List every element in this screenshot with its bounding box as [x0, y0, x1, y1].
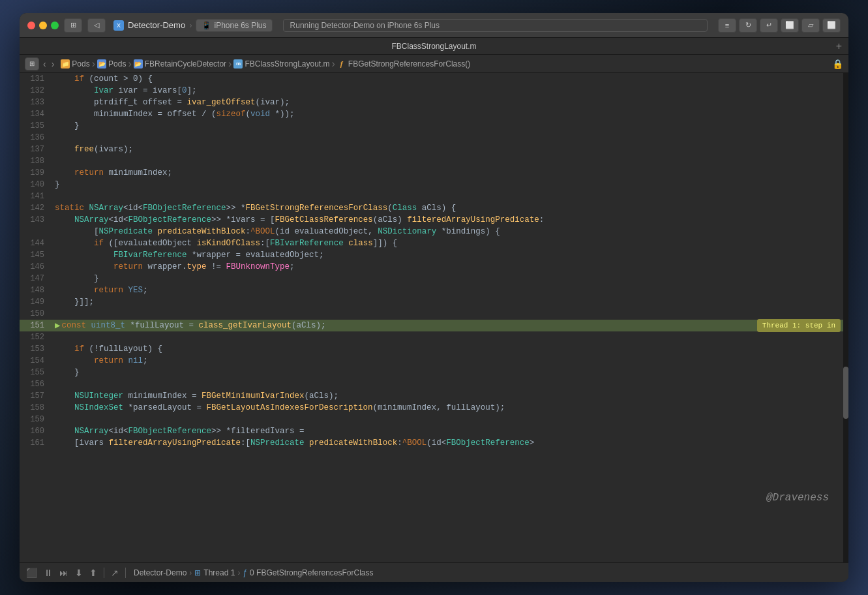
app-name: Detector-Demo	[128, 20, 185, 30]
code-line-145: 145 FBIvarReference *wrapper = evaluated…	[20, 249, 848, 261]
breadcrumb-sep4: ›	[332, 58, 335, 70]
maximize-button[interactable]	[51, 22, 59, 29]
debug-sep2	[125, 568, 126, 578]
folder-blue-icon: 📂	[97, 59, 106, 69]
code-line-135: 135 }	[20, 120, 848, 132]
code-line-148: 148 return YES;	[20, 284, 848, 296]
code-lines: 131 if (count > 0) { 132 Ivar ivar = iva…	[20, 73, 848, 562]
title-bar-right: ≡ ↻ ↵ ⬜ ▱ ⬜	[718, 18, 841, 33]
thread-badge: Thread 1: step in	[757, 319, 841, 332]
code-line-146: 146 return wrapper.type != FBUnknownType…	[20, 261, 848, 273]
code-line-155: 155 }	[20, 367, 848, 378]
code-line-152: 152	[20, 331, 848, 343]
status-bar: Running Detector-Demo on iPhone 6s Plus	[283, 19, 708, 32]
tab-bar: FBClassStrongLayout.m +	[20, 38, 848, 55]
code-line-147: 147 }	[20, 273, 848, 284]
breadcrumb-pods2[interactable]: 📂 Pods	[97, 59, 126, 69]
code-line-150: 150	[20, 308, 848, 320]
debug-arrow: ▶	[55, 320, 60, 331]
code-line-136: 136	[20, 132, 848, 144]
split-v-button[interactable]: ▱	[801, 18, 820, 33]
nav-separator: ›	[189, 20, 192, 30]
code-line-137: 137 free(ivars);	[20, 144, 848, 155]
code-line-154: 154 return nil;	[20, 355, 848, 367]
device-badge[interactable]: 📱 iPhone 6s Plus	[196, 19, 272, 32]
code-line-161: 161 [ivars filteredArrayUsingPredicate:[…	[20, 437, 848, 449]
m-file-icon: m	[233, 59, 243, 69]
fullscreen-button[interactable]: ⬜	[822, 18, 841, 33]
breadcrumb-func[interactable]: ƒ FBGetStrongReferencesForClass()	[337, 59, 470, 69]
device-icon: 📱	[202, 21, 211, 30]
breadcrumb-grid[interactable]: ⊞	[25, 57, 39, 70]
breadcrumb-label: FBGetStrongReferencesForClass()	[348, 59, 470, 69]
breadcrumb-nav: ⊞ ‹ ›	[25, 57, 55, 70]
code-line-133: 133 ptrdiff_t offset = ivar_getOffset(iv…	[20, 97, 848, 108]
debug-thread-icon: ⊞	[194, 568, 201, 577]
debug-stop-btn[interactable]: ⬛	[25, 566, 38, 579]
code-line-139: 139 return minimumIndex;	[20, 167, 848, 179]
code-line-142: 142 static NSArray<id<FBObjectReference>…	[20, 202, 848, 214]
breadcrumb-file[interactable]: m FBClassStrongLayout.m	[233, 59, 329, 69]
debug-sep	[104, 568, 104, 578]
breadcrumb-label: Pods	[108, 59, 126, 69]
title-bar: ⊞ ◁ X Detector-Demo › 📱 iPhone 6s Plus R…	[20, 13, 848, 38]
breadcrumb-sep1: ›	[92, 58, 95, 70]
code-line-132: 132 Ivar ivar = ivars[0];	[20, 85, 848, 97]
menu-button[interactable]: ≡	[718, 18, 736, 33]
code-line-153: 153 if (!fullLayout) {	[20, 343, 848, 355]
debug-func-icon: ƒ	[243, 568, 247, 577]
main-window: ⊞ ◁ X Detector-Demo › 📱 iPhone 6s Plus R…	[20, 13, 848, 582]
code-line-138: 138	[20, 155, 848, 167]
new-tab-button[interactable]: +	[836, 40, 842, 52]
debug-app: Detector-Demo	[134, 568, 187, 577]
code-line-141: 141	[20, 191, 848, 202]
breadcrumb-forward[interactable]: ›	[50, 59, 56, 69]
code-line-131: 131 if (count > 0) {	[20, 73, 848, 85]
breadcrumb-label: FBClassStrongLayout.m	[245, 59, 329, 69]
breadcrumb-label: FBRetainCycleDetector	[145, 59, 226, 69]
debug-breadcrumb: Detector-Demo › ⊞ Thread 1 › ƒ 0 FBGetSt…	[134, 568, 374, 577]
close-button[interactable]	[27, 22, 35, 29]
split-h-button[interactable]: ⬜	[781, 18, 799, 33]
app-section: X Detector-Demo › 📱 iPhone 6s Plus	[113, 19, 273, 32]
main-content: 131 if (count > 0) { 132 Ivar ivar = iva…	[20, 73, 848, 562]
grid-button[interactable]: ⊞	[64, 18, 82, 33]
debug-pause-btn[interactable]: ⏸	[42, 566, 54, 579]
breadcrumb-sep3: ›	[228, 58, 232, 70]
scrollbar-thumb[interactable]	[843, 367, 848, 419]
scrollbar[interactable]	[843, 73, 848, 562]
breadcrumb-pods1[interactable]: 📁 Pods	[61, 59, 89, 69]
minimize-button[interactable]	[39, 22, 47, 29]
refresh-button[interactable]: ↻	[739, 18, 757, 33]
app-icon: X	[113, 20, 124, 31]
device-name: iPhone 6s Plus	[214, 21, 266, 30]
back-button[interactable]: ◁	[87, 18, 106, 33]
tab-title: FBClassStrongLayout.m	[391, 42, 476, 51]
code-editor[interactable]: 131 if (count > 0) { 132 Ivar ivar = iva…	[20, 73, 848, 562]
code-line-134: 134 minimumIndex = offset / (sizeof(void…	[20, 108, 848, 120]
folder-blue-icon2: 📂	[134, 59, 143, 69]
code-line-144: 144 if ([evaluatedObject isKindOfClass:[…	[20, 237, 848, 249]
code-line-143: 143 NSArray<id<FBObjectReference>> *ivar…	[20, 214, 848, 237]
watermark: @Draveness	[766, 492, 829, 504]
debug-step-out-btn[interactable]: ⬆	[88, 566, 98, 579]
lock-icon: 🔒	[832, 59, 843, 69]
breadcrumb-fbretain[interactable]: 📂 FBRetainCycleDetector	[134, 59, 226, 69]
debug-arrow1: ›	[189, 568, 192, 577]
code-line-156: 156	[20, 378, 848, 390]
debug-bar: ⬛ ⏸ ⏭ ⬇ ⬆ ↗ Detector-Demo › ⊞ Thread 1 ›…	[20, 562, 848, 582]
folder-icon: 📁	[61, 59, 70, 69]
debug-func: 0 FBGetStrongReferencesForClass	[250, 568, 373, 577]
traffic-lights	[27, 22, 59, 29]
code-line-160: 160 NSArray<id<FBObjectReference>> *filt…	[20, 425, 848, 437]
status-text: Running Detector-Demo on iPhone 6s Plus	[290, 21, 440, 30]
code-line-149: 149 }]];	[20, 296, 848, 308]
breadcrumb-label: Pods	[72, 59, 89, 69]
breadcrumb-sep2: ›	[128, 58, 131, 70]
breadcrumb-back[interactable]: ‹	[42, 59, 48, 69]
debug-share-btn[interactable]: ↗	[110, 566, 120, 579]
debug-step-over-btn[interactable]: ⏭	[58, 566, 70, 579]
debug-step-into-btn[interactable]: ⬇	[74, 566, 84, 579]
enter-button[interactable]: ↵	[760, 18, 778, 33]
func-icon: ƒ	[337, 59, 346, 69]
